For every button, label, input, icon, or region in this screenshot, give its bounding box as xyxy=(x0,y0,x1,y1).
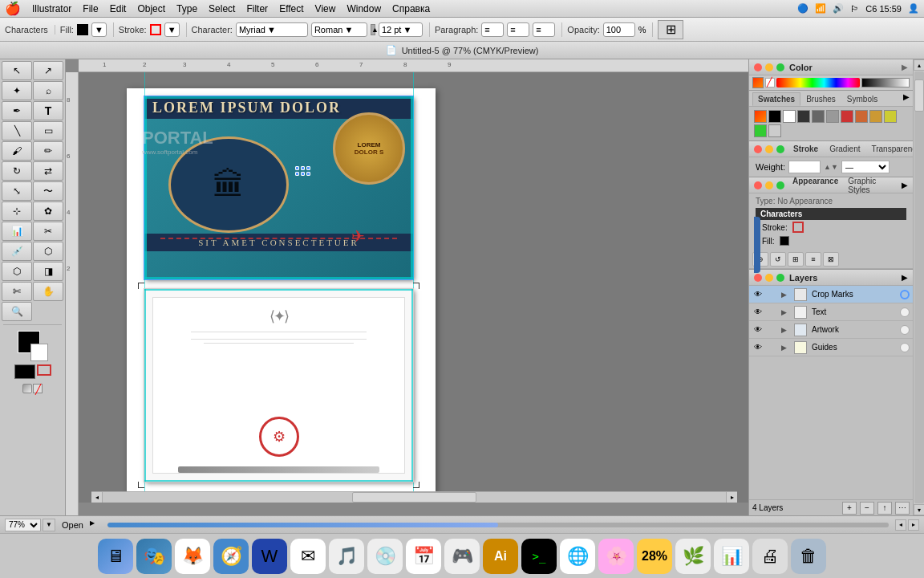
swatch-6[interactable] xyxy=(841,110,853,123)
font-dropdown[interactable]: Myriad ▼ xyxy=(236,22,308,37)
slice-tool[interactable]: ✂ xyxy=(33,222,63,241)
tab-symbols[interactable]: Symbols xyxy=(841,92,883,106)
dock-finder[interactable]: 🖥 xyxy=(98,539,133,574)
app-close-dot[interactable] xyxy=(754,181,762,189)
rotate-tool[interactable]: ↻ xyxy=(2,161,32,181)
dock-terminal[interactable]: >_ xyxy=(521,539,557,574)
stroke-style-dropdown[interactable]: — -- xyxy=(841,161,890,173)
blend-tool[interactable]: ⬡ xyxy=(33,242,63,261)
max-dot[interactable] xyxy=(776,63,784,71)
menu-view[interactable]: View xyxy=(315,3,336,14)
layers-expand[interactable]: ▶ xyxy=(902,273,908,282)
dock-flowers[interactable]: 🌸 xyxy=(598,539,634,574)
pen-tool[interactable]: ✒ xyxy=(2,101,32,120)
expand-artwork[interactable]: ▶ xyxy=(781,326,791,334)
expand-cropmarks[interactable]: ▶ xyxy=(781,291,791,299)
min-dot[interactable] xyxy=(765,63,773,71)
magic-wand-tool[interactable]: ✦ xyxy=(2,81,32,100)
dock-itunes[interactable]: 🎵 xyxy=(329,539,364,574)
layers-more-btn[interactable]: ⋯ xyxy=(895,502,910,515)
dock-illustrator[interactable]: Ai xyxy=(483,539,518,574)
vscroll-up[interactable]: ▴ xyxy=(914,59,925,71)
swatch-10[interactable] xyxy=(754,124,767,137)
gradient-mode-btn[interactable] xyxy=(22,384,32,393)
stroke-min-dot[interactable] xyxy=(765,145,773,153)
reflect-tool[interactable]: ⇄ xyxy=(33,161,63,181)
gradient-tool[interactable]: ◨ xyxy=(33,262,63,281)
dock-trash[interactable]: 🗑 xyxy=(791,539,826,574)
line-tool[interactable]: ╲ xyxy=(2,121,32,140)
dock-app17[interactable]: 📊 xyxy=(714,539,749,574)
swatch-5[interactable] xyxy=(826,110,839,123)
color-panel-expand[interactable]: ▶ xyxy=(902,63,908,71)
align-center-btn[interactable]: ≡ xyxy=(507,22,529,37)
vscroll-thumb[interactable] xyxy=(914,79,924,112)
app-max-dot[interactable] xyxy=(776,181,784,189)
layers-max-dot[interactable] xyxy=(776,274,784,282)
dock-percent[interactable]: 28% xyxy=(637,539,672,574)
appearance-expand[interactable]: ▶ xyxy=(902,181,908,189)
hscrollbar[interactable]: ◂ ▸ xyxy=(91,491,737,503)
vscroll-down[interactable]: ▾ xyxy=(914,504,925,515)
stroke-dropdown[interactable]: ▼ xyxy=(164,22,180,37)
chart-tool[interactable]: 📊 xyxy=(2,222,32,241)
align-left-btn[interactable]: ≡ xyxy=(481,22,504,37)
fill-color-swatch[interactable] xyxy=(77,24,88,35)
layer-row-text[interactable]: 👁 ▶ Text xyxy=(749,303,913,321)
stroke-box[interactable] xyxy=(37,364,51,376)
swatch-9[interactable] xyxy=(884,110,897,123)
warp-tool[interactable]: 〜 xyxy=(33,181,63,201)
tab-gradient[interactable]: Gradient xyxy=(824,142,865,156)
opacity-input[interactable]: 100 xyxy=(603,22,635,37)
menu-file[interactable]: File xyxy=(83,3,98,14)
menu-effect[interactable]: Effect xyxy=(279,3,303,14)
layers-close-dot[interactable] xyxy=(754,274,762,282)
layers-move-up-btn[interactable]: ↑ xyxy=(877,502,892,515)
fill-box[interactable] xyxy=(14,364,35,379)
dock-calendar[interactable]: 📅 xyxy=(406,539,441,574)
dock-app16[interactable]: 🌿 xyxy=(675,539,711,574)
app-action-2[interactable]: ↺ xyxy=(770,252,786,267)
dock-word[interactable]: W xyxy=(252,539,287,574)
menu-filter[interactable]: Filter xyxy=(246,3,268,14)
status-right-btn[interactable]: ▸ xyxy=(908,519,919,531)
swatch-11[interactable] xyxy=(768,124,781,137)
dock-dvd[interactable]: 💿 xyxy=(367,539,403,574)
hand-tool[interactable]: ✋ xyxy=(33,282,63,301)
pencil-tool[interactable]: ✏ xyxy=(33,141,63,161)
dock-browser[interactable]: 🌐 xyxy=(560,539,595,574)
eye-text[interactable]: 👁 xyxy=(752,307,764,316)
size-dropdown[interactable]: 12 pt ▼ xyxy=(379,22,423,37)
apple-menu[interactable]: 🍎 xyxy=(5,1,21,16)
tab-stroke[interactable]: Stroke xyxy=(788,142,824,156)
swatch-3[interactable] xyxy=(797,110,810,123)
swatch-0[interactable] xyxy=(754,110,767,123)
paintbrush-tool[interactable]: 🖌 xyxy=(2,141,32,161)
zoom-select[interactable]: 77% 100% 50% xyxy=(5,519,41,531)
stroke-color-swatch[interactable] xyxy=(150,24,161,35)
layer-row-cropmarks[interactable]: 👁 ▶ Crop Marks xyxy=(749,286,913,303)
swatch-7[interactable] xyxy=(855,110,868,123)
scale-tool[interactable]: ⤡ xyxy=(2,181,32,201)
menu-edit[interactable]: Edit xyxy=(110,3,127,14)
app-min-dot[interactable] xyxy=(765,181,773,189)
weight-input[interactable] xyxy=(788,161,821,173)
zoom-tool[interactable]: 🔍 xyxy=(2,302,32,321)
menu-window[interactable]: Window xyxy=(346,3,381,14)
close-dot[interactable] xyxy=(754,63,762,71)
menu-help[interactable]: Справка xyxy=(392,3,430,14)
app-action-4[interactable]: ≡ xyxy=(805,252,821,267)
expand-text[interactable]: ▶ xyxy=(781,308,791,316)
weight-stepper[interactable]: ▲▼ xyxy=(824,163,838,171)
color-spectrum[interactable] xyxy=(776,78,860,88)
hscroll-thumb[interactable] xyxy=(352,492,476,503)
swatch-4[interactable] xyxy=(812,110,825,123)
menu-type[interactable]: Type xyxy=(176,3,197,14)
symbol-tool[interactable]: ✿ xyxy=(33,201,63,221)
rect-tool[interactable]: ▭ xyxy=(33,121,63,140)
hscroll-left[interactable]: ◂ xyxy=(91,492,103,503)
stroke-max-dot[interactable] xyxy=(776,145,784,153)
grid-btn[interactable]: ⊞ xyxy=(658,20,683,39)
dock-mail[interactable]: ✉ xyxy=(290,539,326,574)
dock-firefox[interactable]: 🦊 xyxy=(175,539,210,574)
